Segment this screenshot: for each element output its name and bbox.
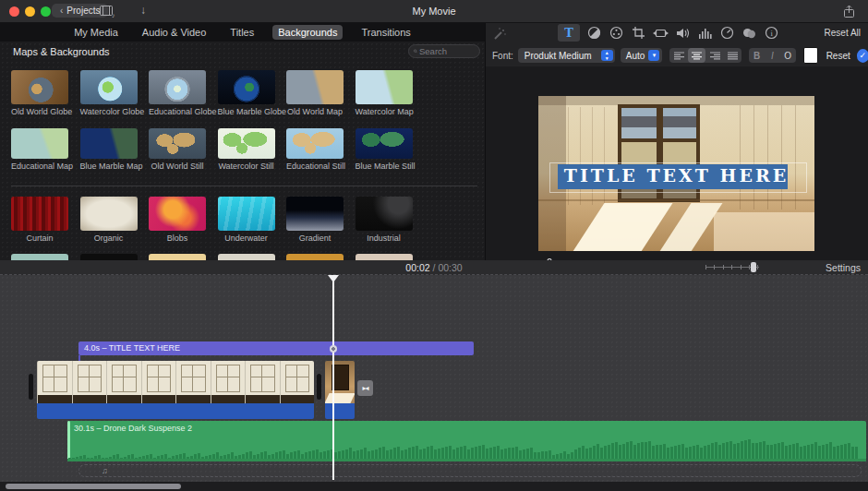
video-clip[interactable] bbox=[37, 361, 314, 419]
background-thumb-label: Educational Map bbox=[11, 162, 68, 171]
preview-video-frame[interactable]: TITLE TEXT HERE bbox=[538, 96, 814, 251]
background-thumb[interactable] bbox=[80, 254, 138, 260]
timeline-zoom-slider[interactable] bbox=[705, 262, 759, 272]
reset-all-button[interactable]: Reset All bbox=[825, 28, 861, 38]
align-right-button[interactable] bbox=[705, 48, 723, 63]
search-box[interactable] bbox=[408, 44, 480, 58]
justify-button[interactable] bbox=[724, 48, 741, 63]
apply-check-button[interactable]: ✓ bbox=[857, 49, 868, 63]
background-thumb[interactable] bbox=[286, 254, 344, 260]
tab-my-media[interactable]: My Media bbox=[68, 25, 124, 40]
window-title: My Movie bbox=[0, 6, 868, 17]
background-thumb[interactable] bbox=[149, 254, 206, 260]
background-thumb-old-world-map[interactable] bbox=[286, 70, 344, 104]
background-thumb-underwater[interactable] bbox=[218, 197, 275, 231]
clip-thumbnail bbox=[175, 361, 211, 403]
enhance-wand-icon[interactable] bbox=[492, 27, 507, 42]
background-item: Educational Map bbox=[11, 128, 68, 171]
reset-button[interactable]: Reset bbox=[826, 51, 850, 61]
background-thumb-label: Old World Map bbox=[286, 107, 344, 116]
scrollbar-thumb[interactable] bbox=[6, 484, 181, 489]
background-thumb-educational-still[interactable] bbox=[286, 128, 344, 159]
stabilization-icon[interactable] bbox=[653, 25, 669, 41]
title-format-bar: Font: Produkt Medium ▲▼ Auto▾ B I O Rese… bbox=[486, 44, 868, 66]
playhead-line[interactable] bbox=[332, 275, 334, 480]
tab-transitions[interactable]: Transitions bbox=[356, 25, 416, 40]
background-music-clip[interactable]: 30.1s – Drone Dark Suspense 2 bbox=[67, 421, 866, 461]
title-clip[interactable]: 4.0s – TITLE TEXT HERE bbox=[78, 341, 474, 355]
font-label: Font: bbox=[492, 51, 513, 61]
sunlight-patch bbox=[714, 212, 814, 251]
background-thumb-label: Educational Still bbox=[286, 162, 344, 171]
outline-button[interactable]: O bbox=[780, 48, 796, 63]
align-center-button[interactable] bbox=[688, 48, 705, 63]
background-thumb[interactable] bbox=[218, 254, 275, 260]
video-clip[interactable] bbox=[325, 361, 355, 419]
background-thumb-blue-marble-still[interactable] bbox=[356, 128, 413, 159]
timeline[interactable]: 4.0s – TITLE TEXT HERE ▸◂ 30.1s – Drone … bbox=[0, 275, 868, 491]
volume-icon[interactable] bbox=[675, 25, 691, 41]
search-input[interactable] bbox=[417, 45, 475, 57]
share-icon[interactable] bbox=[843, 5, 855, 18]
background-thumb-organic[interactable] bbox=[80, 197, 138, 231]
background-thumb-educational-map[interactable] bbox=[11, 128, 68, 159]
background-item: Blue Marble Map bbox=[80, 128, 138, 171]
wall-paneling bbox=[740, 105, 809, 210]
timeline-toolbar: 00:02 / 00:30 Settings bbox=[0, 260, 868, 275]
trim-handle-left[interactable] bbox=[29, 374, 33, 400]
grid-divider bbox=[11, 186, 477, 186]
background-thumb-gradient[interactable] bbox=[286, 197, 344, 231]
info-icon[interactable]: i bbox=[764, 25, 779, 41]
background-thumb-label: Gradient bbox=[286, 234, 344, 243]
clip-thumbnail bbox=[211, 361, 246, 403]
noise-reduction-icon[interactable] bbox=[697, 25, 713, 41]
background-thumb-watercolor-map[interactable] bbox=[356, 70, 413, 104]
color-balance-icon[interactable] bbox=[586, 25, 602, 41]
transition-icon[interactable]: ▸◂ bbox=[357, 380, 373, 396]
background-thumb-watercolor-globe[interactable] bbox=[80, 70, 138, 104]
filters-icon[interactable] bbox=[741, 25, 757, 41]
music-drop-zone[interactable]: ♫ bbox=[78, 464, 862, 477]
background-thumb[interactable] bbox=[356, 254, 413, 260]
filmstrip-thumbnails bbox=[37, 361, 314, 403]
crop-icon[interactable] bbox=[631, 25, 646, 41]
font-family-dropdown[interactable]: Produkt Medium ▲▼ bbox=[518, 48, 615, 63]
trim-handle-right[interactable] bbox=[317, 374, 321, 400]
background-item: Blue Marble Still bbox=[356, 128, 413, 171]
font-size-dropdown[interactable]: Auto▾ bbox=[621, 48, 663, 63]
background-thumb-educational-globe[interactable] bbox=[149, 70, 206, 104]
background-item: Organic bbox=[80, 197, 138, 243]
timeline-settings-button[interactable]: Settings bbox=[826, 262, 861, 273]
playhead-marker[interactable] bbox=[328, 275, 339, 282]
title-settings-icon[interactable]: T bbox=[558, 24, 580, 42]
timeline-scrollbar[interactable] bbox=[0, 482, 868, 491]
text-color-swatch[interactable] bbox=[803, 47, 818, 64]
background-thumb-blue-marble-globe[interactable] bbox=[218, 70, 275, 104]
tab-audio-video[interactable]: Audio & Video bbox=[137, 25, 212, 40]
background-thumb-old-world-globe[interactable] bbox=[11, 70, 68, 104]
align-left-button[interactable] bbox=[669, 48, 687, 63]
color-correction-icon[interactable] bbox=[609, 25, 624, 41]
background-thumb-blobs[interactable] bbox=[149, 197, 206, 231]
background-item: Curtain bbox=[11, 197, 68, 243]
background-thumb[interactable] bbox=[11, 254, 68, 260]
zoom-slider-handle[interactable] bbox=[751, 262, 756, 272]
speed-icon[interactable] bbox=[719, 25, 735, 41]
background-thumb-watercolor-still[interactable] bbox=[218, 128, 275, 159]
title-overlay-text[interactable]: TITLE TEXT HERE bbox=[538, 165, 814, 186]
background-item: Watercolor Still bbox=[218, 128, 275, 171]
background-thumb-industrial[interactable] bbox=[356, 197, 413, 231]
background-item: Watercolor Globe bbox=[80, 70, 138, 116]
tab-backgrounds[interactable]: Backgrounds bbox=[272, 25, 343, 40]
background-thumb-old-world-still[interactable] bbox=[149, 128, 206, 159]
tab-titles[interactable]: Titles bbox=[224, 25, 259, 40]
background-thumb-curtain[interactable] bbox=[11, 197, 68, 231]
background-item: Educational Still bbox=[286, 128, 344, 171]
audio-waveform bbox=[68, 437, 865, 459]
background-item: Watercolor Map bbox=[356, 70, 413, 116]
italic-button[interactable]: I bbox=[765, 48, 780, 63]
imovie-window: ‹Projects ♪ ↓ My Movie My MediaAudio & V… bbox=[0, 0, 868, 491]
music-note-icon: ♫ bbox=[102, 466, 108, 475]
bold-button[interactable]: B bbox=[749, 48, 765, 63]
background-thumb-blue-marble-map[interactable] bbox=[80, 128, 138, 159]
